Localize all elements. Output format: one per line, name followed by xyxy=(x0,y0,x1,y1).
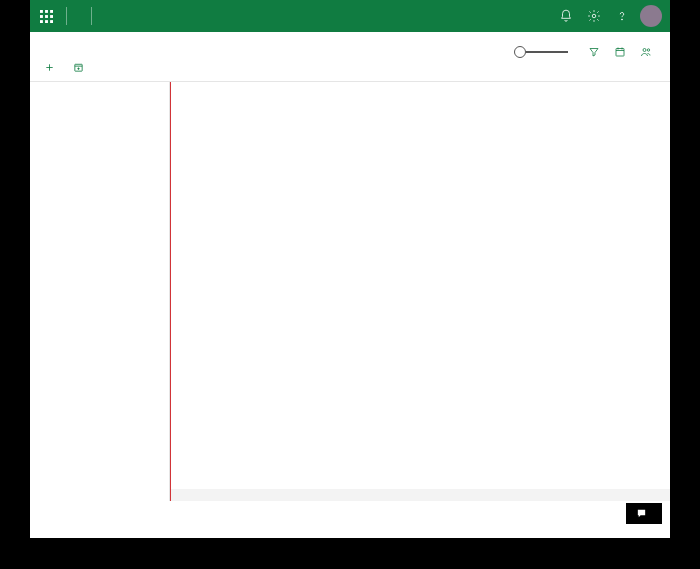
header-divider xyxy=(66,7,67,25)
members-button[interactable] xyxy=(640,46,656,58)
zoom-slider[interactable] xyxy=(514,46,568,58)
svg-point-12 xyxy=(643,49,646,52)
settings-icon[interactable] xyxy=(580,0,608,32)
group-column xyxy=(30,82,170,501)
add-row-button[interactable] xyxy=(44,62,59,73)
app-launcher-icon[interactable] xyxy=(30,0,62,32)
feedback-button[interactable] xyxy=(626,503,662,524)
go-to-date-button[interactable] xyxy=(614,46,630,58)
svg-point-13 xyxy=(647,49,649,51)
svg-point-9 xyxy=(592,14,596,18)
user-avatar[interactable] xyxy=(640,5,662,27)
today-line xyxy=(170,82,171,501)
svg-rect-11 xyxy=(616,49,624,57)
header-divider xyxy=(91,7,92,25)
svg-rect-6 xyxy=(40,20,43,23)
svg-rect-3 xyxy=(40,15,43,18)
filter-button[interactable] xyxy=(588,46,604,58)
svg-rect-1 xyxy=(45,10,48,13)
add-key-date-button[interactable] xyxy=(73,62,88,73)
svg-rect-2 xyxy=(50,10,53,13)
svg-rect-7 xyxy=(45,20,48,23)
svg-rect-4 xyxy=(45,15,48,18)
svg-rect-5 xyxy=(50,15,53,18)
svg-point-10 xyxy=(622,19,623,20)
help-icon[interactable] xyxy=(608,0,636,32)
svg-rect-8 xyxy=(50,20,53,23)
svg-rect-0 xyxy=(40,10,43,13)
notifications-icon[interactable] xyxy=(552,0,580,32)
